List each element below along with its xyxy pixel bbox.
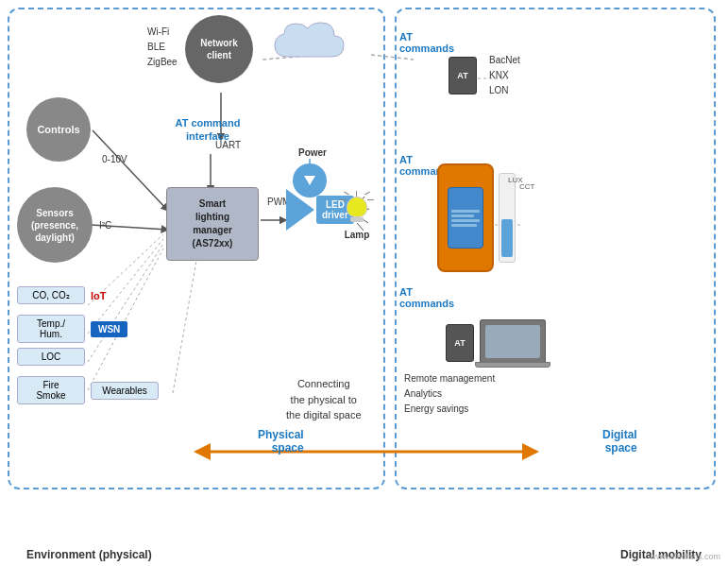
bacnet-knx-lon: BacNet KNX LON	[489, 53, 520, 98]
phone-orange-large	[437, 163, 494, 272]
cloud-shape	[270, 19, 355, 73]
lamp-area: Lamp	[343, 197, 371, 240]
lamp-bulb	[347, 197, 367, 217]
slm-box: Smartlightingmanager(AS72xx)	[166, 187, 259, 261]
at-device-2: AT	[446, 324, 474, 362]
ble-label: BLE	[147, 40, 178, 55]
laptop	[480, 319, 550, 368]
remote-mgmt-label: Remote management Analytics Energy savin…	[404, 371, 495, 417]
fire-smoke-box: FireSmoke	[17, 376, 85, 404]
bottom-labels: Environment (physical) Digital mobility	[8, 548, 720, 561]
lux-label: LUX	[508, 176, 523, 184]
at-commands-text-1: ATcommands	[399, 31, 454, 54]
sensors-label: Sensors(presence,daylight)	[31, 207, 78, 244]
iot-label: IoT	[91, 290, 107, 301]
wsn-box: WSN	[91, 321, 127, 337]
slider-bar	[499, 173, 516, 263]
fire-wearables-row: FireSmoke Wearables	[17, 376, 159, 404]
temp-hum-box: Temp./Hum.	[17, 315, 85, 343]
network-client-circle: Networkclient	[185, 15, 253, 83]
loc-row: LOC	[17, 348, 85, 366]
lamp-label: Lamp	[343, 230, 371, 240]
at-commands-group-3: ATcommands	[399, 286, 454, 309]
co-co2-box: CO, CO₂	[17, 286, 85, 304]
zigbee-label: ZigBee	[147, 55, 178, 70]
phone-inner-small	[448, 187, 483, 249]
uart-label: UART	[215, 140, 241, 150]
sensors-circle: Sensors(presence,daylight)	[17, 187, 93, 263]
connecting-label: Connectingthe physical tothe digital spa…	[286, 376, 362, 423]
at-commands-group-1: ATcommands	[399, 31, 454, 58]
co-co2-row: CO, CO₂ IoT	[17, 286, 107, 304]
digital-space-label: Digitalspace	[602, 428, 637, 455]
power-circle	[293, 163, 327, 197]
controls-label: Controls	[37, 124, 79, 135]
at-device-1: AT	[449, 57, 477, 94]
voltage-label: 0-10V	[102, 154, 127, 164]
loc-box: LOC	[17, 348, 85, 366]
wearables-box: Wearables	[91, 382, 159, 400]
wifi-label: Wi-Fi	[147, 25, 178, 40]
physical-space-label: Physicalspace	[258, 428, 304, 455]
environment-physical-label: Environment (physical)	[26, 548, 152, 561]
i2c-label: I²C	[99, 220, 111, 231]
power-label: Power	[298, 147, 327, 158]
network-client-label: Networkclient	[200, 37, 237, 61]
controls-circle: Controls	[26, 97, 91, 162]
at-command-text: AT commandinterface	[176, 117, 241, 142]
at-commands-text-3: ATcommands	[399, 286, 454, 309]
watermark: www.elecfans.com	[650, 552, 720, 561]
temp-hum-row: Temp./Hum. WSN	[17, 315, 127, 343]
wifi-labels: Wi-Fi BLE ZigBee	[147, 25, 178, 70]
slm-label: Smartlightingmanager(AS72xx)	[193, 197, 233, 250]
